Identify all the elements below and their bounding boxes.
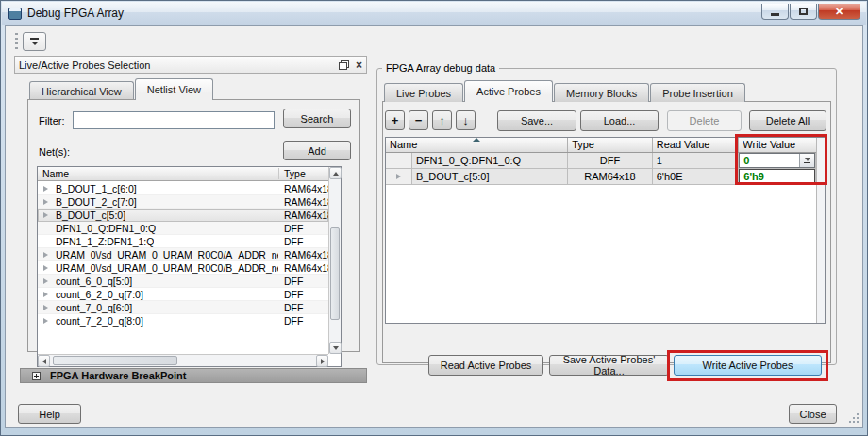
write-active-probes-button[interactable]: Write Active Probes bbox=[674, 355, 822, 376]
column-header-read-value[interactable]: Read Value bbox=[653, 138, 740, 152]
net-type: RAM64x18 bbox=[284, 262, 328, 274]
tab-memory-blocks[interactable]: Memory Blocks bbox=[554, 83, 649, 102]
save-active-probes-data-button[interactable]: Save Active Probes' Data... bbox=[549, 355, 669, 376]
net-list-vertical-scrollbar[interactable] bbox=[328, 167, 341, 354]
search-button[interactable]: Search bbox=[283, 109, 351, 128]
scroll-down-icon[interactable] bbox=[329, 342, 342, 354]
net-name: count_6_0_q[5:0] bbox=[56, 276, 132, 287]
net-list-horizontal-scrollbar[interactable] bbox=[38, 354, 328, 366]
load-button[interactable]: Load... bbox=[580, 110, 659, 131]
net-type: DFF bbox=[284, 315, 303, 327]
expand-plus-icon[interactable] bbox=[32, 372, 41, 380]
tab-hierarchical-view[interactable]: Hierarchical View bbox=[29, 81, 134, 100]
list-item[interactable]: URAM_0\/sd_URAM_0_URAM_R0C0/B_ADDR_net[9… bbox=[38, 261, 328, 275]
table-row[interactable]: DFN1_0_Q:DFN1_0:Q DFF 1 0 bbox=[386, 153, 816, 169]
table-row[interactable]: B_DOUT_c[5:0] RAM64x18 6'h0E 6'h9 bbox=[386, 169, 816, 185]
main-toolbar bbox=[15, 31, 46, 52]
tab-probe-insertion[interactable]: Probe Insertion bbox=[650, 83, 745, 102]
close-window-button[interactable]: ✕ bbox=[818, 4, 860, 20]
list-item[interactable]: DFN1_0_Q:DFN1_0:QDFF bbox=[38, 222, 328, 235]
expand-arrow-icon[interactable] bbox=[391, 174, 406, 179]
probes-table-scrollbar[interactable] bbox=[816, 138, 825, 323]
expand-arrow-icon[interactable] bbox=[38, 186, 53, 192]
remove-probe-button[interactable]: − bbox=[409, 110, 428, 130]
list-item[interactable]: count_6_0_q[5:0]DFF bbox=[38, 275, 328, 288]
scroll-right-icon[interactable] bbox=[316, 355, 328, 367]
delete-button[interactable]: Delete bbox=[667, 110, 742, 131]
probe-name[interactable]: B_DOUT_c[5:0] bbox=[412, 169, 568, 185]
tab-live-probes[interactable]: Live Probes bbox=[384, 83, 463, 102]
column-header-write-value[interactable]: Write Value bbox=[739, 138, 816, 152]
expand-arrow-icon[interactable] bbox=[38, 212, 53, 218]
netlist-rows: B_DOUT_1_c[6:0]RAM64x18B_DOUT_2_c[7:0]RA… bbox=[38, 182, 328, 354]
tab-active-probes[interactable]: Active Probes bbox=[464, 80, 553, 102]
expand-arrow-icon[interactable] bbox=[38, 252, 53, 258]
close-button[interactable]: Close bbox=[789, 404, 837, 424]
maximize-button[interactable] bbox=[790, 4, 817, 20]
left-tab-bar: Hierarchical View Netlist View bbox=[29, 78, 214, 100]
expand-arrow-icon[interactable] bbox=[38, 318, 53, 324]
toolbar-drag-handle[interactable] bbox=[15, 33, 18, 50]
minimize-button[interactable] bbox=[761, 4, 789, 20]
expand-arrow-icon[interactable] bbox=[38, 265, 53, 271]
column-header-name[interactable]: Name bbox=[42, 168, 69, 179]
list-item[interactable]: B_DOUT_2_c[7:0]RAM64x18 bbox=[38, 195, 328, 209]
help-button[interactable]: Help bbox=[18, 404, 81, 424]
expand-arrow-icon[interactable] bbox=[38, 305, 53, 310]
add-probe-button[interactable]: + bbox=[385, 110, 405, 130]
net-list: Name Type B_DOUT_1_c[6:0]RAM64x18B_DOUT_… bbox=[37, 166, 342, 367]
list-item[interactable]: B_DOUT_1_c[6:0]RAM64x18 bbox=[38, 182, 328, 195]
expand-arrow-icon[interactable] bbox=[38, 199, 53, 205]
write-value-input[interactable]: 6'h9 bbox=[739, 169, 815, 184]
net-type: RAM64x18 bbox=[284, 210, 328, 221]
list-item[interactable]: B_DOUT_c[5:0]RAM64x18 bbox=[38, 209, 328, 222]
right-tab-bar: Live Probes Active Probes Memory Blocks … bbox=[384, 80, 746, 102]
scroll-left-icon[interactable] bbox=[38, 355, 50, 367]
probes-table-header[interactable]: Name Type Read Value Write Value bbox=[386, 138, 816, 153]
net-list-header[interactable]: Name Type bbox=[38, 167, 328, 181]
net-name: URAM_0\/sd_URAM_0_URAM_R0C0/A_ADDR_net[9… bbox=[56, 249, 278, 260]
write-value-dropdown[interactable]: 0 bbox=[739, 153, 815, 168]
fpga-hardware-breakpoint-section[interactable]: FPGA Hardware BreakPoint bbox=[20, 368, 367, 383]
read-active-probes-button[interactable]: Read Active Probes bbox=[428, 355, 543, 376]
delete-all-button[interactable]: Delete All bbox=[749, 110, 826, 131]
move-down-button[interactable]: ↓ bbox=[456, 110, 476, 130]
list-item[interactable]: URAM_0\/sd_URAM_0_URAM_R0C0/A_ADDR_net[9… bbox=[38, 248, 328, 261]
net-name: URAM_0\/sd_URAM_0_URAM_R0C0/B_ADDR_net[9… bbox=[56, 262, 278, 274]
resize-grip[interactable] bbox=[848, 412, 860, 424]
net-name: count_7_0_q[6:0] bbox=[56, 302, 132, 313]
close-panel-icon[interactable]: × bbox=[356, 60, 362, 70]
add-button[interactable]: Add bbox=[283, 141, 351, 160]
vertical-scroll-thumb[interactable] bbox=[330, 227, 340, 320]
horizontal-scroll-thumb[interactable] bbox=[53, 356, 177, 365]
filter-input[interactable] bbox=[73, 111, 275, 129]
list-item[interactable]: count_6_2_0_q[7:0]DFF bbox=[38, 288, 328, 301]
column-header-type[interactable]: Type bbox=[568, 138, 653, 152]
title-bar[interactable]: Debug FPGA Array ✕ bbox=[2, 2, 866, 25]
probe-type: DFF bbox=[568, 153, 653, 169]
toolbar-collapse-button[interactable] bbox=[23, 32, 46, 51]
net-name: B_DOUT_c[5:0] bbox=[56, 210, 125, 221]
list-item[interactable]: count_7_2_0_q[8:0]DFF bbox=[38, 314, 328, 327]
move-up-button[interactable]: ↑ bbox=[432, 110, 452, 130]
probe-type: RAM64x18 bbox=[568, 169, 653, 185]
tab-netlist-view[interactable]: Netlist View bbox=[135, 78, 213, 100]
nets-label: Net(s): bbox=[39, 146, 70, 158]
maximize-icon bbox=[799, 8, 808, 15]
column-header-type[interactable]: Type bbox=[284, 168, 306, 179]
probes-selection-header[interactable]: Live/Active Probes Selection × bbox=[14, 56, 367, 74]
float-panel-icon[interactable] bbox=[339, 60, 349, 70]
save-button[interactable]: Save... bbox=[497, 110, 576, 131]
probe-name[interactable]: DFN1_0_Q:DFN1_0:Q bbox=[412, 153, 568, 169]
dropdown-arrow-icon[interactable] bbox=[799, 154, 814, 167]
list-item[interactable]: DFN1_1_Z:DFN1_1:QDFF bbox=[38, 235, 328, 248]
net-name: B_DOUT_1_c[6:0] bbox=[56, 183, 137, 194]
probe-read-value: 1 bbox=[653, 153, 740, 169]
expand-arrow-icon[interactable] bbox=[38, 278, 53, 284]
net-type: DFF bbox=[284, 236, 303, 247]
scroll-up-icon[interactable] bbox=[329, 167, 342, 179]
column-header-name[interactable]: Name bbox=[386, 138, 568, 152]
expand-arrow-icon[interactable] bbox=[38, 292, 53, 297]
list-item[interactable]: count_7_0_q[6:0]DFF bbox=[38, 301, 328, 314]
net-type: RAM64x18 bbox=[284, 196, 328, 208]
